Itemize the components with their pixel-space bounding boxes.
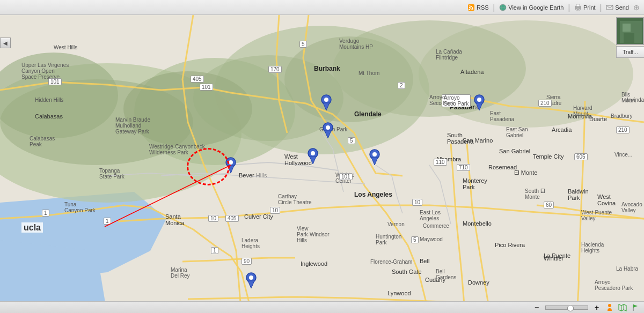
rss-label: RSS xyxy=(477,4,489,11)
terrain-map xyxy=(0,15,644,313)
send-button[interactable]: Send xyxy=(606,4,629,11)
send-label: Send xyxy=(615,4,629,11)
toolbar: RSS | View in Google Earth | Print | xyxy=(0,0,644,15)
svg-point-44 xyxy=(249,275,253,280)
separator-3: | xyxy=(600,3,602,12)
svg-point-32 xyxy=(311,151,315,155)
pin-4[interactable] xyxy=(369,149,380,166)
separator-2: | xyxy=(568,3,570,12)
print-icon xyxy=(574,4,582,11)
svg-point-35 xyxy=(372,152,377,156)
svg-point-51 xyxy=(608,304,611,307)
svg-point-1 xyxy=(469,9,470,10)
street-view-icon[interactable] xyxy=(605,303,614,312)
svg-rect-9 xyxy=(577,10,579,10)
nav-control: ◀ xyxy=(0,38,11,49)
map-canvas[interactable]: West Hills Upper Las VirgenesCanyon Open… xyxy=(0,15,644,313)
svg-marker-34 xyxy=(371,158,378,165)
earth-icon xyxy=(499,4,507,11)
traffic-label: Traff... xyxy=(623,49,638,55)
print-label: Print xyxy=(583,4,596,11)
view-google-earth-button[interactable]: View in Google Earth xyxy=(499,4,564,11)
pin-1[interactable] xyxy=(321,94,332,111)
svg-marker-37 xyxy=(476,103,482,110)
svg-marker-43 xyxy=(248,281,254,288)
map-icon[interactable] xyxy=(618,303,627,312)
flag-icon[interactable] xyxy=(631,303,640,312)
bottom-bar: − + xyxy=(0,301,644,313)
svg-point-26 xyxy=(324,98,328,102)
svg-marker-31 xyxy=(310,156,316,164)
zoom-in-icon[interactable]: + xyxy=(592,303,601,312)
pin-2[interactable] xyxy=(323,122,333,139)
satellite-button[interactable]: Satel... xyxy=(616,17,644,45)
map-container: RSS | View in Google Earth | Print | xyxy=(0,0,644,313)
separator-1: | xyxy=(493,3,495,12)
send-icon xyxy=(606,4,613,11)
svg-rect-6 xyxy=(576,4,580,6)
separator-4: ⊕ xyxy=(633,3,640,12)
svg-marker-56 xyxy=(633,304,638,308)
svg-marker-52 xyxy=(619,304,626,311)
svg-rect-48 xyxy=(623,24,631,32)
rss-icon xyxy=(467,4,475,11)
zoom-slider[interactable] xyxy=(545,305,588,310)
pin-7[interactable] xyxy=(246,272,257,289)
pin-3[interactable] xyxy=(308,148,318,165)
rss-button[interactable]: RSS xyxy=(467,4,489,11)
svg-rect-8 xyxy=(577,9,579,10)
svg-marker-25 xyxy=(323,103,330,110)
zoom-out-icon[interactable]: − xyxy=(532,303,541,312)
print-button[interactable]: Print xyxy=(574,4,596,11)
svg-point-41 xyxy=(229,160,233,165)
view-earth-label: View in Google Earth xyxy=(508,4,564,11)
svg-point-29 xyxy=(326,125,330,130)
nav-left-arrow[interactable]: ◀ xyxy=(0,38,11,48)
svg-marker-40 xyxy=(228,166,234,173)
svg-point-38 xyxy=(477,98,481,102)
traffic-button[interactable]: Traff... xyxy=(616,46,644,58)
svg-marker-28 xyxy=(325,131,331,138)
pin-5[interactable] xyxy=(474,94,485,111)
svg-rect-49 xyxy=(632,23,642,33)
svg-point-23 xyxy=(419,20,633,128)
pin-6[interactable] xyxy=(225,157,236,174)
